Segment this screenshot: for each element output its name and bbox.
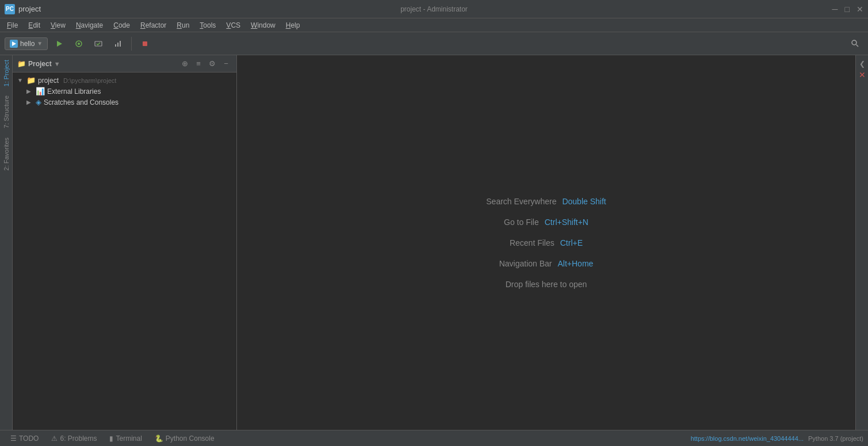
title-bar: PC project project - Administrator ─ □ ✕ bbox=[0, 0, 868, 18]
minimize-button[interactable]: ─ bbox=[832, 5, 838, 14]
menu-run[interactable]: Run bbox=[172, 20, 194, 31]
right-sidebar-close-btn[interactable]: ✕ bbox=[859, 70, 866, 79]
svg-rect-5 bbox=[115, 44, 116, 47]
go-to-file-hint: Go to File Ctrl+Shift+N bbox=[504, 218, 588, 227]
run-config-icon bbox=[10, 40, 18, 48]
tree-item-scratches[interactable]: ▶ ◈ Scratches and Consoles bbox=[13, 97, 236, 108]
svg-marker-1 bbox=[57, 41, 62, 47]
search-everywhere-toolbar-button[interactable] bbox=[847, 36, 863, 52]
status-link[interactable]: https://blog.csdn.net/weixin_43044444... bbox=[691, 435, 804, 442]
navigation-bar-shortcut: Alt+Home bbox=[557, 259, 593, 268]
svg-point-3 bbox=[78, 43, 80, 45]
project-title: project bbox=[18, 5, 41, 13]
tree-label-project: project bbox=[38, 77, 59, 85]
toolbar-separator-1 bbox=[131, 37, 132, 51]
bottom-bar: ☰ TODO ⚠ 6: Problems ▮ Terminal 🐍 Python… bbox=[0, 430, 868, 446]
tree-arrow-project: ▼ bbox=[17, 77, 24, 83]
project-panel: 📁 Project ▼ ⊕ ≡ ⚙ − ▼ 📁 project D:\pycha… bbox=[13, 55, 237, 430]
python-console-icon: 🐍 bbox=[155, 434, 163, 443]
library-icon: 📊 bbox=[36, 87, 45, 96]
project-panel-header: 📁 Project ▼ ⊕ ≡ ⚙ − bbox=[13, 55, 236, 73]
menu-code[interactable]: Code bbox=[109, 20, 135, 31]
left-edge-tabs: 1: Project 7: Structure 2: Favorites bbox=[0, 55, 13, 430]
toolbar: hello ▼ bbox=[0, 32, 868, 55]
coverage-button[interactable] bbox=[90, 36, 106, 52]
right-sidebar: ❮ ✕ bbox=[855, 55, 868, 430]
editor-area: Search Everywhere Double Shift Go to Fil… bbox=[237, 55, 855, 430]
window-title: project - Administrator bbox=[400, 5, 468, 13]
menu-window[interactable]: Window bbox=[246, 20, 280, 31]
navigation-bar-hint: Navigation Bar Alt+Home bbox=[499, 259, 594, 268]
search-everywhere-hint: Search Everywhere Double Shift bbox=[486, 197, 606, 206]
scratch-icon: ◈ bbox=[36, 98, 41, 106]
problems-label: 6: Problems bbox=[60, 434, 97, 443]
tree-item-project-root[interactable]: ▼ 📁 project D:\pycharm\project bbox=[13, 75, 236, 86]
close-button[interactable]: ✕ bbox=[856, 5, 863, 14]
project-dropdown-arrow[interactable]: ▼ bbox=[54, 60, 60, 67]
right-sidebar-collapse-btn[interactable]: ❮ bbox=[859, 60, 865, 68]
menu-view[interactable]: View bbox=[46, 20, 70, 31]
project-panel-add-btn[interactable]: ⊕ bbox=[179, 58, 190, 70]
project-panel-title-text: Project bbox=[28, 60, 52, 68]
edge-tab-favorites[interactable]: 2: Favorites bbox=[1, 133, 12, 175]
svg-rect-7 bbox=[120, 41, 121, 47]
menu-file[interactable]: File bbox=[2, 20, 22, 31]
profile-button[interactable] bbox=[110, 36, 126, 52]
app-icon: PC bbox=[5, 4, 15, 14]
recent-files-hint: Recent Files Ctrl+E bbox=[510, 238, 583, 247]
svg-marker-0 bbox=[12, 41, 16, 46]
project-panel-settings-btn[interactable]: ⚙ bbox=[207, 58, 218, 70]
todo-icon: ☰ bbox=[10, 434, 17, 443]
maximize-button[interactable]: □ bbox=[845, 5, 850, 14]
drop-files-hint: Drop files here to open bbox=[506, 280, 587, 289]
python-console-label: Python Console bbox=[166, 434, 215, 443]
project-panel-collapse-btn[interactable]: ≡ bbox=[193, 58, 204, 70]
problems-icon: ⚠ bbox=[51, 434, 58, 443]
project-panel-close-btn[interactable]: − bbox=[220, 58, 232, 70]
project-panel-title: 📁 Project ▼ bbox=[17, 60, 175, 68]
debug-button[interactable] bbox=[71, 36, 87, 52]
svg-line-10 bbox=[856, 44, 859, 47]
menu-navigate[interactable]: Navigate bbox=[71, 20, 108, 31]
bottom-tab-todo[interactable]: ☰ TODO bbox=[5, 433, 44, 444]
edge-tab-structure[interactable]: 7: Structure bbox=[1, 91, 12, 133]
menu-bar: File Edit View Navigate Code Refactor Ru… bbox=[0, 18, 868, 32]
search-everywhere-shortcut: Double Shift bbox=[562, 197, 606, 206]
edge-tab-project[interactable]: 1: Project bbox=[1, 55, 12, 91]
tree-arrow-scratches: ▶ bbox=[26, 99, 33, 105]
terminal-label: Terminal bbox=[116, 434, 142, 443]
bottom-tab-python-console[interactable]: 🐍 Python Console bbox=[149, 433, 220, 444]
svg-point-9 bbox=[852, 40, 856, 45]
tree-label-external-libraries: External Libraries bbox=[47, 87, 101, 96]
drop-files-label: Drop files here to open bbox=[506, 280, 587, 289]
python-version: Python 3.7 (project) bbox=[808, 435, 863, 442]
tree-arrow-ext-libs: ▶ bbox=[26, 88, 33, 94]
svg-rect-6 bbox=[117, 43, 118, 47]
navigation-bar-label: Navigation Bar bbox=[499, 259, 552, 268]
recent-files-label: Recent Files bbox=[510, 238, 555, 247]
project-tree: ▼ 📁 project D:\pycharm\project ▶ 📊 Exter… bbox=[13, 73, 236, 430]
todo-label: TODO bbox=[19, 434, 39, 443]
status-bar-right: https://blog.csdn.net/weixin_43044444...… bbox=[691, 435, 863, 442]
search-everywhere-label: Search Everywhere bbox=[486, 197, 556, 206]
bottom-tab-terminal[interactable]: ▮ Terminal bbox=[104, 433, 147, 444]
run-config-dropdown-icon: ▼ bbox=[37, 40, 43, 47]
project-panel-actions: ⊕ ≡ ⚙ − bbox=[179, 58, 232, 70]
recent-files-shortcut: Ctrl+E bbox=[560, 238, 583, 247]
bottom-tab-problems[interactable]: ⚠ 6: Problems bbox=[45, 433, 102, 444]
tree-item-external-libraries[interactable]: ▶ 📊 External Libraries bbox=[13, 86, 236, 97]
menu-refactor[interactable]: Refactor bbox=[136, 20, 171, 31]
menu-vcs[interactable]: VCS bbox=[221, 20, 245, 31]
window-controls: ─ □ ✕ bbox=[832, 5, 863, 14]
tree-label-scratches: Scratches and Consoles bbox=[44, 98, 118, 106]
go-to-file-shortcut: Ctrl+Shift+N bbox=[545, 218, 588, 227]
menu-tools[interactable]: Tools bbox=[195, 20, 220, 31]
folder-icon-project: 📁 bbox=[26, 76, 36, 85]
menu-help[interactable]: Help bbox=[281, 20, 305, 31]
run-config-selector[interactable]: hello ▼ bbox=[5, 37, 48, 50]
run-button[interactable] bbox=[51, 36, 67, 52]
menu-edit[interactable]: Edit bbox=[24, 20, 45, 31]
terminal-icon: ▮ bbox=[109, 434, 113, 443]
stop-button[interactable] bbox=[137, 36, 153, 52]
go-to-file-label: Go to File bbox=[504, 218, 539, 227]
